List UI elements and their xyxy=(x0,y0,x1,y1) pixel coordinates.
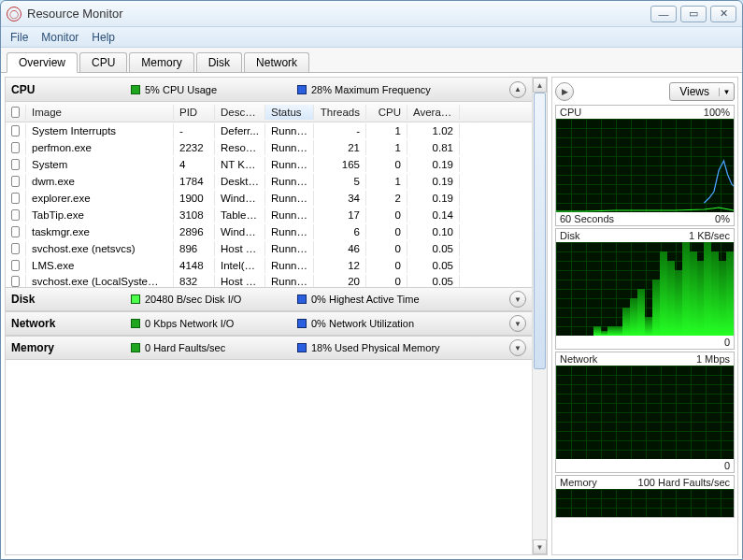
collapse-cpu-button[interactable]: ▲ xyxy=(509,81,526,98)
row-checkbox[interactable] xyxy=(11,159,20,170)
row-checkbox[interactable] xyxy=(11,176,20,187)
row-checkbox[interactable] xyxy=(11,125,20,136)
right-pane: ▶ Views ▼ CPU 100% xyxy=(551,77,738,555)
table-row[interactable]: svchost.exe (netsvcs)896Host Pr...Runni.… xyxy=(6,240,532,257)
table-row[interactable]: svchost.exe (LocalSystemNet...832Host Pr… xyxy=(6,275,460,287)
cell-desc: NT Ker... xyxy=(215,157,265,172)
scroll-down-button[interactable]: ▼ xyxy=(533,539,547,554)
col-cpu[interactable]: CPU xyxy=(366,105,407,120)
tab-strip: Overview CPU Memory Disk Network xyxy=(1,48,742,72)
col-description[interactable]: Descrip... xyxy=(215,105,265,120)
minimize-button[interactable]: — xyxy=(650,6,677,22)
table-row[interactable]: System Interrupts-Deferr...Runni...-11.0… xyxy=(6,122,532,139)
chart-disk: Disk 1 KB/sec 0 xyxy=(555,228,735,350)
chart-disk-title: Disk xyxy=(560,230,579,241)
cell-threads: 12 xyxy=(314,258,366,273)
cell-pid: 4 xyxy=(174,157,215,172)
cell-image: System xyxy=(26,157,174,172)
table-row[interactable]: System4NT Ker...Runni...16500.19 xyxy=(6,156,532,173)
panel-disk-header[interactable]: Disk 20480 B/sec Disk I/O 0% Highest Act… xyxy=(6,287,532,311)
network-util-stat: 0% Network Utilization xyxy=(297,318,456,329)
chart-network-area xyxy=(556,366,734,459)
chart-cpu: CPU 100% 60 Seconds 0% xyxy=(555,105,735,226)
chart-memory-ymax: 100 Hard Faults/sec xyxy=(638,477,730,488)
cell-desc: Tablet ... xyxy=(215,208,265,223)
row-checkbox[interactable] xyxy=(11,193,20,204)
cell-cpu: 2 xyxy=(366,191,407,206)
col-image[interactable]: Image xyxy=(26,105,174,120)
row-checkbox[interactable] xyxy=(11,226,20,237)
disk-io-stat: 20480 B/sec Disk I/O xyxy=(131,294,290,305)
row-checkbox[interactable] xyxy=(11,276,20,287)
table-row[interactable]: explorer.exe1900Windo...Runni...3420.19 xyxy=(6,190,532,207)
left-scrollbar[interactable]: ▲ ▼ xyxy=(532,78,547,554)
chart-network-title: Network xyxy=(560,353,597,365)
col-average[interactable]: Averag... xyxy=(407,105,460,120)
tab-cpu[interactable]: CPU xyxy=(79,52,127,72)
tab-network[interactable]: Network xyxy=(244,52,309,72)
col-checkbox[interactable] xyxy=(6,105,26,120)
tab-memory[interactable]: Memory xyxy=(129,52,193,72)
green-square-icon xyxy=(131,85,140,94)
panel-cpu-header[interactable]: CPU 5% CPU Usage 28% Maximum Frequency ▲ xyxy=(6,78,532,102)
cell-desc: Intel(R)... xyxy=(215,258,265,273)
tab-disk[interactable]: Disk xyxy=(196,52,242,72)
cell-avg: 0.05 xyxy=(407,258,460,273)
panel-network-header[interactable]: Network 0 Kbps Network I/O 0% Network Ut… xyxy=(6,311,532,336)
col-threads[interactable]: Threads xyxy=(314,105,366,120)
cell-image: svchost.exe (netsvcs) xyxy=(26,241,174,256)
tab-overview[interactable]: Overview xyxy=(7,52,78,73)
chart-network-ymax: 1 Mbps xyxy=(696,353,730,365)
cell-status: Runni... xyxy=(265,174,314,189)
col-pid[interactable]: PID xyxy=(174,105,215,120)
scroll-up-button[interactable]: ▲ xyxy=(533,78,547,93)
cell-avg: 0.05 xyxy=(407,241,460,256)
cell-desc: Deskto... xyxy=(215,174,265,189)
views-button[interactable]: Views ▼ xyxy=(669,82,735,101)
blue-square-icon xyxy=(297,85,307,94)
menu-help[interactable]: Help xyxy=(92,31,115,44)
green-square-icon xyxy=(131,343,140,352)
panel-memory-header[interactable]: Memory 0 Hard Faults/sec 18% Used Physic… xyxy=(6,336,532,360)
checkbox-all[interactable] xyxy=(11,107,20,118)
expand-disk-button[interactable]: ▼ xyxy=(509,291,526,308)
hide-charts-button[interactable]: ▶ xyxy=(555,82,574,101)
close-button[interactable]: ✕ xyxy=(710,6,736,22)
cell-threads: 6 xyxy=(314,224,366,239)
row-checkbox[interactable] xyxy=(11,209,20,221)
row-checkbox[interactable] xyxy=(11,260,20,271)
cpu-usage-stat: 5% CPU Usage xyxy=(131,84,290,95)
cell-status: Runni... xyxy=(265,140,314,155)
menu-monitor[interactable]: Monitor xyxy=(41,31,79,44)
table-row[interactable]: perfmon.exe2232Resour...Runni...2110.81 xyxy=(6,139,532,156)
maximize-button[interactable]: ▭ xyxy=(680,6,707,22)
col-status[interactable]: Status xyxy=(265,105,314,120)
table-row[interactable]: taskmgr.exe2896Windo...Runni...600.10 xyxy=(6,223,532,240)
row-checkbox[interactable] xyxy=(11,243,20,254)
table-row-cut: svchost.exe (LocalSystemNet...832Host Pr… xyxy=(6,274,532,287)
chart-disk-ymax: 1 KB/sec xyxy=(689,230,730,241)
cell-avg: 0.19 xyxy=(407,191,460,206)
cell-status: Runni... xyxy=(265,157,314,172)
titlebar[interactable]: ◯ Resource Monitor — ▭ ✕ xyxy=(1,1,742,27)
cell-pid: 2896 xyxy=(174,224,215,239)
scroll-thumb[interactable] xyxy=(534,93,546,369)
expand-memory-button[interactable]: ▼ xyxy=(509,339,526,356)
lightgreen-square-icon xyxy=(131,294,140,304)
menu-file[interactable]: File xyxy=(10,31,28,44)
menubar: File Monitor Help xyxy=(1,27,742,48)
table-body: System Interrupts-Deferr...Runni...-11.0… xyxy=(6,122,532,274)
table-row[interactable]: TabTip.exe3108Tablet ...Runni...1700.14 xyxy=(6,207,532,223)
table-row[interactable]: LMS.exe4148Intel(R)...Runni...1200.05 xyxy=(6,257,532,274)
scroll-track[interactable] xyxy=(533,93,547,539)
cell-image: taskmgr.exe xyxy=(26,224,174,239)
table-row[interactable]: dwm.exe1784Deskto...Runni...510.19 xyxy=(6,173,532,190)
cell-cpu: 0 xyxy=(366,241,407,256)
process-table: Image PID Descrip... Status Threads CPU … xyxy=(6,102,532,287)
expand-network-button[interactable]: ▼ xyxy=(509,315,526,332)
chart-cpu-ymin: 0% xyxy=(715,213,730,224)
row-checkbox[interactable] xyxy=(11,142,20,153)
panel-disk-title: Disk xyxy=(11,293,123,306)
cell-pid: - xyxy=(174,123,215,138)
cell-threads: 17 xyxy=(314,208,366,223)
